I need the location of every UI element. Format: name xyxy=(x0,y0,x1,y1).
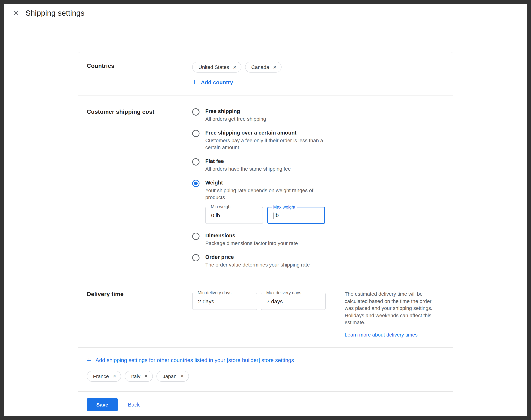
country-chip-list: United States ✕ Canada ✕ xyxy=(192,62,444,73)
radio-icon[interactable] xyxy=(192,254,199,261)
option-desc: All orders get free shipping xyxy=(205,116,266,122)
shipping-settings-card: Countries United States ✕ Canada ✕ + xyxy=(78,52,453,420)
chip-label: France xyxy=(93,373,109,379)
add-country-button[interactable]: + Add country xyxy=(192,78,233,86)
radio-option-dimensions[interactable]: Dimensions Package dimensions factor int… xyxy=(192,232,444,247)
option-title: Flat fee xyxy=(205,157,291,165)
radio-icon[interactable] xyxy=(192,180,199,187)
max-delivery-days-label: Max delivery days xyxy=(265,290,303,296)
option-desc: Customers pay a fee only if their order … xyxy=(205,137,326,151)
remove-country-icon[interactable]: ✕ xyxy=(112,374,117,378)
option-desc: All orders have the same shipping fee xyxy=(205,165,291,172)
max-weight-field-label: Max weight xyxy=(272,205,297,210)
chip-label: United States xyxy=(198,64,229,70)
add-country-label: Add country xyxy=(201,79,233,85)
app-window: ✕ Shipping settings Countries United Sta… xyxy=(0,0,531,420)
weight-fields: Min weight 0 lb Max weight lb xyxy=(205,207,326,224)
countries-section: Countries United States ✕ Canada ✕ + xyxy=(78,52,453,95)
country-chip-italy[interactable]: Italy ✕ xyxy=(125,371,153,382)
countries-content: United States ✕ Canada ✕ + Add country xyxy=(192,62,444,86)
option-desc: Your shipping rate depends on weight ran… xyxy=(205,187,326,201)
shipping-cost-section: Customer shipping cost Free shipping All… xyxy=(78,95,453,280)
delivery-time-section: Delivery time Min delivery days 2 days M… xyxy=(78,280,453,347)
chip-label: Italy xyxy=(131,373,140,379)
country-chip-canada[interactable]: Canada ✕ xyxy=(245,62,282,73)
max-delivery-days-field[interactable]: Max delivery days 7 days xyxy=(261,293,326,310)
close-icon[interactable]: ✕ xyxy=(13,10,19,16)
radio-option-free-shipping[interactable]: Free shipping All orders get free shippi… xyxy=(192,107,444,122)
country-chip-france[interactable]: France ✕ xyxy=(87,371,121,382)
other-country-chip-list: France ✕ Italy ✕ Japan ✕ xyxy=(87,371,444,382)
plus-icon: + xyxy=(192,78,197,86)
max-delivery-days-value: 7 days xyxy=(267,298,283,304)
radio-icon[interactable] xyxy=(192,233,199,240)
save-button[interactable]: Save xyxy=(87,398,118,411)
country-chip-japan[interactable]: Japan ✕ xyxy=(156,371,189,382)
option-title: Dimensions xyxy=(205,232,298,240)
main-content: Countries United States ✕ Canada ✕ + xyxy=(0,26,531,420)
learn-more-link[interactable]: Learn more about delivery times xyxy=(345,331,418,337)
text-caret xyxy=(273,212,274,219)
plus-icon: + xyxy=(87,356,91,364)
remove-country-icon[interactable]: ✕ xyxy=(144,374,148,378)
min-weight-field-value: 0 lb xyxy=(211,212,220,218)
min-delivery-days-value: 2 days xyxy=(198,298,214,304)
chip-label: Japan xyxy=(163,373,177,379)
radio-icon[interactable] xyxy=(192,158,199,165)
radio-option-free-over-amount[interactable]: Free shipping over a certain amount Cust… xyxy=(192,129,444,151)
radio-option-weight[interactable]: Weight Your shipping rate depends on wei… xyxy=(192,179,444,225)
chip-label: Canada xyxy=(251,64,269,70)
option-desc: The order value determines your shipping… xyxy=(205,261,310,268)
other-countries-section: + Add shipping settings for other countr… xyxy=(78,347,453,391)
shipping-cost-label: Customer shipping cost xyxy=(87,107,192,268)
vertical-divider xyxy=(336,290,336,338)
radio-icon[interactable] xyxy=(192,130,199,137)
min-weight-field-label: Min weight xyxy=(209,204,233,210)
add-other-countries-label: Add shipping settings for other countrie… xyxy=(95,357,294,363)
add-other-countries-button[interactable]: + Add shipping settings for other countr… xyxy=(87,356,294,364)
radio-option-order-price[interactable]: Order price The order value determines y… xyxy=(192,253,444,268)
option-desc: Package dimensions factor into your rate xyxy=(205,240,298,247)
page-title: Shipping settings xyxy=(26,9,84,17)
max-weight-field-value: lb xyxy=(273,212,279,219)
option-title: Order price xyxy=(205,253,310,261)
footer-actions: Save Back xyxy=(78,391,453,419)
min-weight-field[interactable]: Min weight 0 lb xyxy=(205,207,263,224)
delivery-time-note: The estimated delivery time will be calc… xyxy=(345,290,442,338)
remove-country-icon[interactable]: ✕ xyxy=(273,65,277,69)
option-title: Free shipping over a certain amount xyxy=(205,129,326,137)
min-delivery-days-field[interactable]: Min delivery days 2 days xyxy=(192,293,257,310)
country-chip-united-states[interactable]: United States ✕ xyxy=(192,62,242,73)
shipping-cost-options: Free shipping All orders get free shippi… xyxy=(192,107,444,268)
radio-option-flat-fee[interactable]: Flat fee All orders have the same shippi… xyxy=(192,157,444,172)
dialog-header: ✕ Shipping settings xyxy=(0,0,531,26)
remove-country-icon[interactable]: ✕ xyxy=(180,374,184,378)
option-title: Free shipping xyxy=(205,107,266,115)
max-weight-field[interactable]: Max weight lb xyxy=(267,207,325,224)
delivery-time-content: Min delivery days 2 days Max delivery da… xyxy=(192,290,444,338)
delivery-day-fields: Min delivery days 2 days Max delivery da… xyxy=(192,293,326,310)
delivery-note-text: The estimated delivery time will be calc… xyxy=(345,291,442,326)
min-delivery-days-label: Min delivery days xyxy=(196,290,233,296)
radio-icon[interactable] xyxy=(192,108,199,116)
back-button[interactable]: Back xyxy=(128,402,140,407)
delivery-time-label: Delivery time xyxy=(87,290,192,338)
option-title: Weight xyxy=(205,179,326,187)
remove-country-icon[interactable]: ✕ xyxy=(233,65,237,69)
countries-label: Countries xyxy=(87,62,192,86)
